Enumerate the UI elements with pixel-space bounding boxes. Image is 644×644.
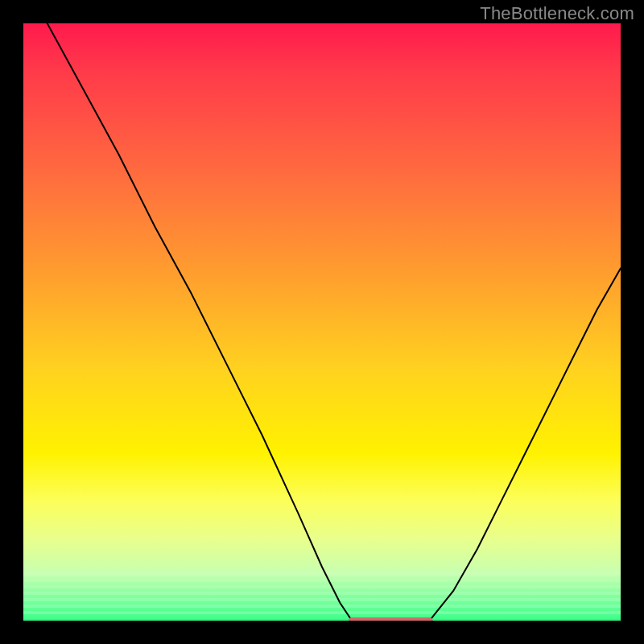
chart-frame: TheBottleneck.com	[0, 0, 644, 644]
series-group	[47, 23, 621, 621]
plot-area	[23, 23, 621, 621]
watermark-text: TheBottleneck.com	[480, 3, 634, 24]
chart-curves	[23, 23, 621, 621]
series-left-curve	[47, 23, 352, 621]
series-right-curve	[430, 268, 621, 621]
